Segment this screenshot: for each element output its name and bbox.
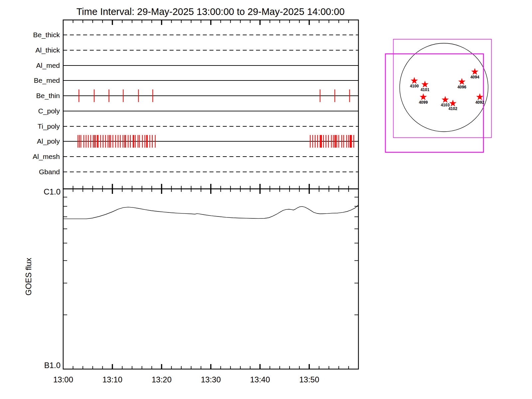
filter-row-label: Ti_poly xyxy=(38,122,60,130)
filter-row-label: Al_thick xyxy=(35,46,60,54)
active-region-star xyxy=(476,93,483,100)
xrt-goes-figure: Time Interval: 29-May-2025 13:00:00 to 2… xyxy=(0,0,532,399)
x-tick-label: 13:20 xyxy=(152,375,172,384)
filter-row-label: Al_poly xyxy=(37,137,60,145)
filter-row-label: Be_med xyxy=(34,76,60,84)
figure-title: Time Interval: 29-May-2025 13:00:00 to 2… xyxy=(76,6,345,17)
active-region-star xyxy=(420,93,427,100)
figure-canvas: Time Interval: 29-May-2025 13:00:00 to 2… xyxy=(0,0,532,399)
active-region-star xyxy=(449,100,457,107)
x-tick-label: 13:10 xyxy=(102,375,122,384)
active-region-label: 4096 xyxy=(458,85,466,89)
goes-ymax-label: C1.0 xyxy=(44,187,61,196)
goes-y-axis-title: GOES flux xyxy=(24,258,33,295)
active-region-label: 4102 xyxy=(449,106,458,111)
active-region-label: 4094 xyxy=(470,75,479,79)
goes-flux-curve xyxy=(63,205,358,219)
active-region-star xyxy=(471,68,478,75)
active-region-label: 4101 xyxy=(421,87,430,92)
active-region-star xyxy=(411,77,418,84)
filter-row-label: Al_mesh xyxy=(33,153,60,161)
x-tick-label: 13:50 xyxy=(299,375,319,384)
filter-panel-frame xyxy=(63,20,358,189)
x-tick-label: 13:30 xyxy=(201,375,221,384)
active-region-label: 4100 xyxy=(410,84,419,88)
active-region-label: 4099 xyxy=(419,100,428,105)
active-region-star xyxy=(421,81,429,88)
filter-row-label: Al_med xyxy=(36,62,60,69)
x-tick-label: 13:00 xyxy=(53,375,73,384)
filter-row-label: Be_thin xyxy=(36,92,60,100)
filter-row-label: Gband xyxy=(39,168,60,176)
goes-ymin-label: B1.0 xyxy=(44,361,61,370)
generated-plot-elements: Be_thickAl_thickAl_medBe_medBe_thinC_pol… xyxy=(24,20,491,384)
filter-row-label: C_poly xyxy=(38,107,60,115)
active-region-label: 4092 xyxy=(475,100,484,105)
active-region-star xyxy=(458,78,466,85)
filter-row-label: Be_thick xyxy=(33,31,60,39)
x-tick-label: 13:40 xyxy=(250,375,270,384)
active-region-star xyxy=(442,96,449,103)
